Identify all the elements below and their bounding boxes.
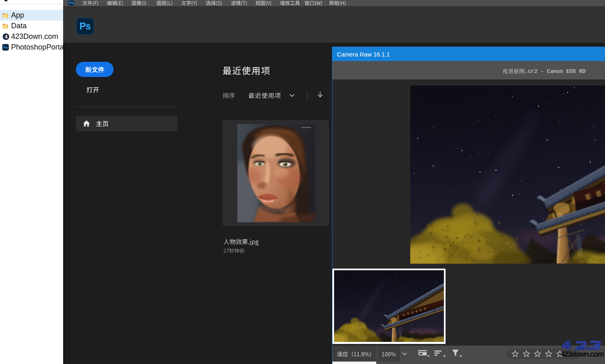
svg-text:4: 4 <box>5 34 8 40</box>
svg-text:Ps: Ps <box>3 45 8 50</box>
